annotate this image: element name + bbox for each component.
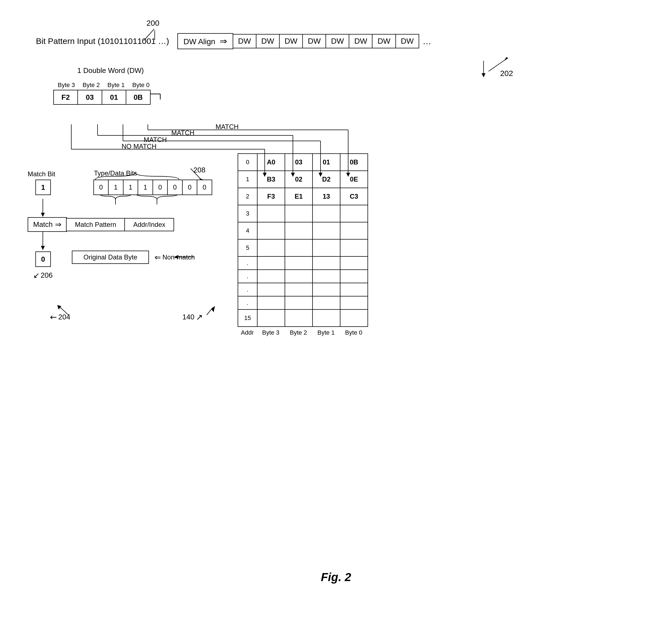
svg-marker-32 <box>504 57 508 61</box>
cell-d1-b3 <box>257 257 285 270</box>
match-bit-1-value: 1 <box>41 183 45 192</box>
match-box-label: Match <box>33 220 53 229</box>
cell-4-b1 <box>313 222 341 240</box>
cell-0-b0: 0B <box>341 154 368 171</box>
cell-3-b1 <box>313 205 341 222</box>
bit-1: 1 <box>108 180 124 195</box>
dw-box-4: DW <box>302 34 326 48</box>
footer-byte1: Byte 1 <box>312 329 340 336</box>
footer-byte0: Byte 0 <box>340 329 368 336</box>
bit-pattern-label: Bit Pattern Input (101011011001 …) <box>36 36 169 46</box>
fig-caption: Fig. 2 <box>321 571 351 584</box>
match-row: Match ⇒ Match Pattern Addr/Index <box>28 217 174 232</box>
dw-box-3: DW <box>279 34 303 48</box>
dw-box-6: DW <box>349 34 373 48</box>
cell-1-b1: D2 <box>313 171 341 188</box>
byte-f2: F2 <box>53 90 78 105</box>
byte1-label: Byte 1 <box>103 81 129 89</box>
addr-5: 5 <box>238 240 257 257</box>
bit-7: 0 <box>197 180 212 195</box>
byte-03: 03 <box>77 90 102 105</box>
cell-15-b3 <box>257 310 285 327</box>
cell-15-b1 <box>313 310 341 327</box>
top-section: Bit Pattern Input (101011011001 …) DW Al… <box>36 33 431 49</box>
cell-5-b1 <box>313 240 341 257</box>
bit-5: 0 <box>167 180 183 195</box>
cell-1-b2: 02 <box>285 171 313 188</box>
cell-0-b3: A0 <box>257 154 285 171</box>
match-box: Match ⇒ <box>28 217 67 232</box>
bit-0: 0 <box>93 180 109 195</box>
match-bit-0-box: 0 <box>35 251 51 267</box>
addr-1: 1 <box>238 171 257 188</box>
cell-d1-b0 <box>341 257 368 270</box>
non-match-text: Non-match <box>163 253 195 261</box>
dw-box-2: DW <box>256 34 280 48</box>
cell-2-b1: 13 <box>313 188 341 205</box>
cell-d3-b1 <box>313 283 341 296</box>
addr-dot3: . <box>238 283 257 296</box>
ref-202: 202 <box>500 69 513 78</box>
svg-marker-34 <box>57 305 61 310</box>
ref-204: ↖ 204 <box>50 312 70 322</box>
dw-box-1: DW <box>232 34 256 48</box>
cell-0-b2: 03 <box>285 154 313 171</box>
bit-boxes-row: 0 1 1 1 0 0 0 0 <box>94 180 212 195</box>
dw-align-arrow-right: ⇒ <box>220 36 227 46</box>
byte0-label: Byte 0 <box>129 81 153 89</box>
cell-d4-b0 <box>341 296 368 310</box>
cell-4-b0 <box>341 222 368 240</box>
footer-byte2: Byte 2 <box>285 329 312 336</box>
non-match-arrow-icon: ⇐ <box>155 253 161 262</box>
orig-data-label: Original Data Byte <box>83 253 137 261</box>
ref206-arrow-icon: ↙ <box>33 271 39 280</box>
cell-d1-b2 <box>285 257 313 270</box>
match-label-3: MATCH <box>216 123 239 131</box>
addr-4: 4 <box>238 222 257 240</box>
cell-5-b3 <box>257 240 285 257</box>
ref-204-text: 204 <box>58 313 70 321</box>
cell-5-b0 <box>341 240 368 257</box>
cell-d2-b0 <box>341 270 368 283</box>
svg-marker-36 <box>211 306 215 312</box>
dw-ellipsis: … <box>423 36 431 46</box>
addr-0: 0 <box>238 154 257 171</box>
dw-box-8: DW <box>395 34 419 48</box>
cell-3-b0 <box>341 205 368 222</box>
cell-d2-b3 <box>257 270 285 283</box>
cell-d1-b1 <box>313 257 341 270</box>
cell-4-b2 <box>285 222 313 240</box>
cell-1-b0: 0E <box>341 171 368 188</box>
cell-d4-b2 <box>285 296 313 310</box>
cell-15-b2 <box>285 310 313 327</box>
svg-marker-25 <box>41 246 45 250</box>
match-bit-1-box: 1 <box>35 180 51 195</box>
match-label-1: MATCH <box>144 136 167 144</box>
cell-5-b2 <box>285 240 313 257</box>
byte2-label: Byte 2 <box>79 81 103 89</box>
footer-byte3: Byte 3 <box>257 329 285 336</box>
byte-labels-row: Byte 3 Byte 2 Byte 1 Byte 0 <box>54 81 153 89</box>
cell-0-b1: 01 <box>313 154 341 171</box>
orig-data-row: Original Data Byte ⇐ Non-match <box>72 251 195 264</box>
match-bit-0-value: 0 <box>41 255 45 264</box>
diagram: 200 Bit Pattern Input (101011011001 …) D… <box>0 0 672 617</box>
bit-6: 0 <box>182 180 198 195</box>
dw-brace-label: 1 Double Word (DW) <box>55 66 166 75</box>
table-grid: 0 A0 03 01 0B 1 B3 02 D2 0E 2 F3 E1 13 C… <box>238 153 368 327</box>
addr-dot2: . <box>238 270 257 283</box>
cell-d3-b2 <box>285 283 313 296</box>
byte-0b: 0B <box>126 90 151 105</box>
addr-15: 15 <box>238 310 257 327</box>
match-pattern-label: Match Pattern <box>75 221 116 228</box>
bit-3: 1 <box>138 180 153 195</box>
match-box-arrow: ⇒ <box>55 220 61 229</box>
svg-marker-2 <box>482 73 485 77</box>
cell-2-b3: F3 <box>257 188 285 205</box>
orig-data-box: Original Data Byte <box>72 251 149 264</box>
dw-box-7: DW <box>372 34 396 48</box>
dw-align-box: DW Align ⇒ <box>177 33 233 49</box>
type-data-label: Type/Data Bits <box>94 169 137 177</box>
match-pattern-box: Match Pattern <box>66 218 125 231</box>
ref204-arrow-icon: ↖ <box>47 311 59 323</box>
